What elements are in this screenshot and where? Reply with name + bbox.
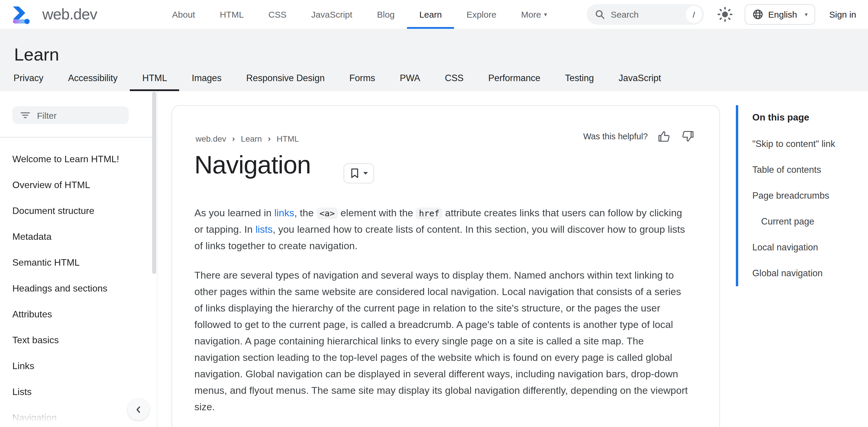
bookmark-icon	[350, 168, 359, 179]
theme-toggle-button[interactable]	[717, 6, 733, 22]
tab-forms[interactable]: Forms	[337, 65, 388, 91]
feedback-label: Was this helpful?	[583, 132, 648, 141]
sun-icon	[717, 6, 733, 22]
chevron-down-icon: ▾	[544, 11, 547, 18]
logo-wordmark: web.dev	[42, 5, 97, 24]
nav-item-learn[interactable]: Learn	[407, 0, 454, 29]
globe-icon	[752, 9, 764, 20]
lesson-item-headings-sections[interactable]: Headings and sections	[0, 276, 150, 302]
search-icon	[595, 9, 605, 20]
lesson-item-links[interactable]: Links	[0, 353, 150, 379]
nav-item-html[interactable]: HTML	[207, 0, 256, 29]
filter-icon	[21, 111, 30, 119]
chevron-right-icon: ›	[268, 134, 271, 143]
page-title: Navigation	[194, 150, 311, 179]
chevron-down-icon: ▾	[805, 11, 807, 18]
text-run: , the	[294, 207, 316, 219]
nav-more-label: More	[521, 9, 541, 20]
lesson-item-lists[interactable]: Lists	[0, 379, 150, 405]
nav-item-explore[interactable]: Explore	[454, 0, 509, 29]
lists-inline-link[interactable]: lists	[255, 224, 273, 235]
links-inline-link[interactable]: links	[274, 207, 294, 219]
search-box[interactable]: /	[587, 4, 704, 25]
chevron-left-icon	[134, 405, 143, 414]
tab-css[interactable]: CSS	[433, 65, 476, 91]
nav-item-blog[interactable]: Blog	[365, 0, 407, 29]
tab-testing[interactable]: Testing	[553, 65, 606, 91]
breadcrumb-webdev[interactable]: web.dev	[195, 134, 226, 143]
lesson-item-semantic-html[interactable]: Semantic HTML	[0, 250, 150, 276]
feedback-widget: Was this helpful?	[583, 129, 695, 143]
breadcrumb-html[interactable]: HTML	[277, 134, 299, 143]
tab-privacy[interactable]: Privacy	[1, 65, 56, 91]
nav-item-more[interactable]: More▾	[508, 0, 559, 29]
lesson-item-metadata[interactable]: Metadata	[0, 224, 150, 250]
sidebar-divider	[0, 137, 153, 138]
tab-pwa[interactable]: PWA	[388, 65, 433, 91]
filter-box[interactable]	[12, 106, 129, 124]
toc-item-current-page[interactable]: Current page	[752, 209, 863, 234]
webdev-logo-icon	[11, 4, 37, 24]
paragraph-navigation-types: There are several types of navigation an…	[194, 267, 691, 416]
toc-list: "Skip to content" link Table of contents…	[752, 131, 863, 286]
article-body: As you learned in links, the <a> element…	[194, 205, 691, 427]
on-this-page-rail: On this page "Skip to content" link Tabl…	[736, 105, 863, 286]
top-header: web.dev About HTML CSS JavaScript Blog L…	[0, 0, 868, 29]
nav-item-css[interactable]: CSS	[256, 0, 299, 29]
toc-item-page-breadcrumbs[interactable]: Page breadcrumbs	[752, 183, 863, 209]
lesson-item-welcome[interactable]: Welcome to Learn HTML!	[0, 146, 150, 172]
filter-input[interactable]	[37, 110, 113, 120]
tab-images[interactable]: Images	[179, 65, 234, 91]
thumbs-down-button[interactable]	[681, 129, 695, 143]
thumbs-up-button[interactable]	[657, 129, 671, 143]
paragraph-intro: As you learned in links, the <a> element…	[194, 205, 691, 255]
webdev-learn-html-page: web.dev About HTML CSS JavaScript Blog L…	[0, 0, 868, 427]
tab-performance[interactable]: Performance	[476, 65, 553, 91]
search-shortcut-key: /	[686, 6, 702, 23]
language-label: English	[768, 9, 797, 20]
sign-in-button[interactable]: Sign in	[829, 0, 856, 29]
text-run: As you learned in	[194, 207, 274, 219]
tab-responsive-design[interactable]: Responsive Design	[234, 65, 337, 91]
text-run: element with the	[338, 207, 416, 219]
language-selector[interactable]: English ▾	[745, 4, 815, 25]
primary-nav: About HTML CSS JavaScript Blog Learn Exp…	[160, 0, 559, 29]
lesson-list: Welcome to Learn HTML! Overview of HTML …	[0, 146, 150, 427]
course-sidebar: Welcome to Learn HTML! Overview of HTML …	[0, 91, 157, 427]
sidebar-edge-line	[157, 91, 157, 427]
sidebar-scrollbar[interactable]	[152, 92, 156, 274]
toc-item-local-navigation[interactable]: Local navigation	[752, 234, 863, 260]
article-card: web.dev › Learn › HTML Was this helpful?	[172, 105, 720, 427]
section-title: Learn	[14, 45, 59, 65]
learn-section-header: Learn Privacy Accessibility HTML Images …	[0, 29, 868, 91]
lesson-item-attributes[interactable]: Attributes	[0, 302, 150, 328]
lesson-item-overview[interactable]: Overview of HTML	[0, 172, 150, 198]
sidebar-collapse-button[interactable]	[127, 398, 149, 420]
code-chip-href: href	[416, 207, 442, 219]
tab-html[interactable]: HTML	[130, 65, 179, 91]
chevron-down-icon	[363, 172, 368, 175]
search-input[interactable]	[611, 9, 670, 20]
code-chip-a-element: <a>	[316, 207, 338, 219]
toc-heading: On this page	[752, 112, 863, 123]
toc-item-table-of-contents[interactable]: Table of contents	[752, 157, 863, 183]
breadcrumb: web.dev › Learn › HTML	[195, 134, 299, 143]
lesson-item-text-basics[interactable]: Text basics	[0, 328, 150, 353]
toc-item-skip-to-content[interactable]: "Skip to content" link	[752, 131, 863, 157]
tab-accessibility[interactable]: Accessibility	[56, 65, 130, 91]
nav-item-javascript[interactable]: JavaScript	[299, 0, 365, 29]
tab-javascript[interactable]: JavaScript	[606, 65, 673, 91]
chevron-right-icon: ›	[232, 134, 235, 143]
bookmark-button[interactable]	[344, 163, 374, 183]
lesson-item-document-structure[interactable]: Document structure	[0, 198, 150, 224]
toc-item-global-navigation[interactable]: Global navigation	[752, 260, 863, 286]
breadcrumb-learn[interactable]: Learn	[241, 134, 262, 143]
webdev-logo[interactable]: web.dev	[11, 0, 97, 29]
course-tabs: Privacy Accessibility HTML Images Respon…	[1, 65, 673, 91]
nav-item-about[interactable]: About	[160, 0, 207, 29]
